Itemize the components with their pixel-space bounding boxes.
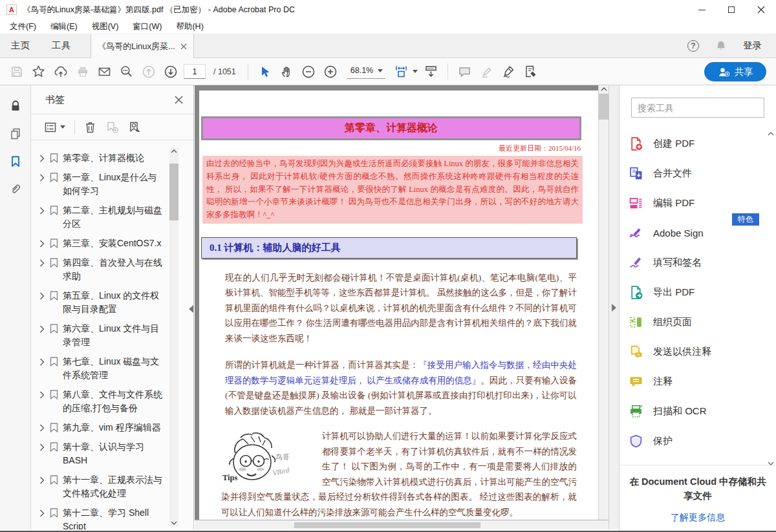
sign-tool-button[interactable] <box>500 63 517 80</box>
chevron-right-icon[interactable] <box>39 259 45 267</box>
tab-tools[interactable]: 工具 <box>41 34 81 58</box>
chevron-right-icon[interactable] <box>39 476 45 484</box>
stamp-tool-button[interactable] <box>522 63 539 80</box>
attachments-icon[interactable] <box>9 183 22 196</box>
bookmark-item[interactable]: 第十一章、正规表示法与文件格式化处理 <box>39 473 168 500</box>
previous-page-button[interactable] <box>140 63 157 80</box>
tool-item[interactable]: Adobe Sign 特色 <box>620 218 776 248</box>
menu-item[interactable]: 视图(V) <box>85 21 126 32</box>
tool-item[interactable]: 更多工具 <box>620 456 776 465</box>
maximize-button[interactable] <box>717 0 746 19</box>
search-button[interactable] <box>118 63 135 80</box>
tool-item[interactable]: 填写和签名 <box>620 248 776 277</box>
bookmark-item[interactable]: 第三章、安装CentOS7.x <box>39 237 168 250</box>
zoom-in-button[interactable] <box>322 63 339 80</box>
tab-home[interactable]: 主页 <box>0 34 41 58</box>
chevron-right-icon[interactable] <box>39 154 45 162</box>
bookmark-item[interactable]: 第零章、计算器概论 <box>39 151 168 165</box>
select-tool-button[interactable] <box>256 63 274 80</box>
zoom-out-button[interactable] <box>300 63 318 80</box>
menu-item[interactable]: 编辑(E) <box>43 21 85 32</box>
bookmark-item[interactable]: 第四章、首次登入与在线求助 <box>39 256 168 283</box>
bookmark-item[interactable]: 第十章、认识与学习 BASH <box>39 440 168 467</box>
minimize-button[interactable] <box>687 0 717 19</box>
chevron-right-icon[interactable] <box>39 391 45 399</box>
bookmark-item[interactable]: 第六章、Linux 文件与目录管理 <box>39 322 168 349</box>
chevron-right-icon[interactable] <box>39 325 45 333</box>
document-horizontal-scrollbar[interactable] <box>195 520 609 529</box>
chevron-right-icon[interactable] <box>39 443 45 451</box>
menu-item[interactable]: 文件(F) <box>3 21 43 32</box>
bookmarks-scrollbar[interactable] <box>169 147 178 527</box>
highlight-tool-button[interactable] <box>478 63 495 80</box>
bookmark-options-button[interactable] <box>44 122 65 133</box>
tool-item[interactable]: 发送以供注释 <box>620 337 776 367</box>
comment-tool-button[interactable] <box>456 63 473 80</box>
upload-cloud-button[interactable] <box>52 63 69 80</box>
bookmark-item[interactable]: 第十二章、学习 Shell Script <box>39 506 168 529</box>
tool-item[interactable]: 注释 <box>620 367 776 396</box>
bookmark-item[interactable]: 第二章、主机规划与磁盘分区 <box>39 204 168 231</box>
scroll-up-icon[interactable] <box>171 149 177 153</box>
bookmark-item[interactable]: 第一章、Linux是什么与如何学习 <box>39 171 168 198</box>
tool-item[interactable]: 创建 PDF <box>620 129 776 158</box>
chevron-right-icon[interactable] <box>39 174 45 182</box>
tool-item[interactable]: 导出 PDF <box>620 277 776 307</box>
scrollbar-thumb[interactable] <box>599 94 609 120</box>
learn-more-link[interactable]: 了解更多信息 <box>629 512 767 524</box>
tools-search-input[interactable] <box>638 103 758 113</box>
email-button[interactable] <box>96 63 113 80</box>
bookmark-item[interactable]: 第七章、Linux 磁盘与文件系统管理 <box>39 355 168 382</box>
page-number-input[interactable]: 1 <box>184 64 206 79</box>
tool-item[interactable]: 组织页面 <box>620 307 776 337</box>
chevron-right-icon[interactable] <box>39 240 45 248</box>
scroll-down-icon[interactable] <box>171 521 177 525</box>
menu-item[interactable]: 窗口(W) <box>125 21 169 32</box>
favorite-star-button[interactable] <box>30 63 47 80</box>
scroll-up-icon[interactable] <box>601 87 607 91</box>
fit-width-button[interactable] <box>393 63 410 80</box>
zoom-level-dropdown[interactable]: 68.1% <box>347 64 385 79</box>
bookmark-item[interactable]: 第八章、文件与文件系统的压缩,打包与备份 <box>39 388 168 415</box>
document-vertical-scrollbar[interactable] <box>598 85 609 520</box>
scrollbar-thumb[interactable] <box>294 522 480 528</box>
tools-search-box[interactable] <box>631 98 764 118</box>
close-button[interactable] <box>746 0 776 19</box>
chevron-right-icon[interactable] <box>39 509 45 517</box>
add-bookmark-icon[interactable] <box>105 121 119 134</box>
print-button[interactable] <box>74 63 91 80</box>
scroll-up-icon[interactable] <box>768 132 774 136</box>
notification-bell-icon[interactable] <box>715 39 727 52</box>
bookmark-list: 第零章、计算器概论 第一章、Linux是什么与如何学习 第二章、主机规划与磁盘分… <box>31 145 168 529</box>
chevron-right-icon[interactable] <box>39 207 45 215</box>
tool-item[interactable]: 保护 <box>620 426 776 456</box>
tool-item[interactable]: 扫描和 OCR <box>620 396 776 426</box>
bookmark-item[interactable]: 第五章、Linux 的文件权限与目录配置 <box>39 289 168 316</box>
bookmarks-panel-icon[interactable] <box>9 155 22 168</box>
panel-close-icon[interactable] <box>175 96 183 104</box>
login-button[interactable]: 登录 <box>743 39 762 52</box>
save-button[interactable] <box>8 63 25 80</box>
chevron-right-icon[interactable] <box>39 358 45 366</box>
chevron-down-icon[interactable] <box>413 70 418 73</box>
collapse-left-panel-button[interactable] <box>189 304 194 314</box>
next-page-button[interactable] <box>162 63 179 80</box>
tab-document[interactable]: 《鸟哥的Linux房菜... <box>91 34 194 58</box>
help-icon[interactable]: ? <box>687 40 699 52</box>
document-tab-close-icon[interactable] <box>180 43 187 50</box>
hand-tool-button[interactable] <box>278 63 296 80</box>
lock-icon[interactable] <box>9 100 22 112</box>
tool-item[interactable]: 合并文件 <box>620 158 776 188</box>
bookmark-item[interactable]: 第九章、vim 程序编辑器 <box>39 421 168 434</box>
scrollbar-thumb[interactable] <box>169 164 178 220</box>
page-display-button[interactable] <box>422 63 440 80</box>
expand-right-panel-button[interactable] <box>609 85 619 529</box>
find-current-bookmark-icon[interactable] <box>128 121 142 134</box>
chevron-right-icon[interactable] <box>39 424 45 432</box>
menu-item[interactable]: 帮助(H) <box>169 21 210 32</box>
scroll-down-icon[interactable] <box>768 462 774 465</box>
share-button[interactable]: 共享 <box>704 62 766 81</box>
page-thumbnails-icon[interactable] <box>9 127 22 140</box>
chevron-right-icon[interactable] <box>39 292 45 300</box>
delete-bookmark-icon[interactable] <box>84 121 96 134</box>
